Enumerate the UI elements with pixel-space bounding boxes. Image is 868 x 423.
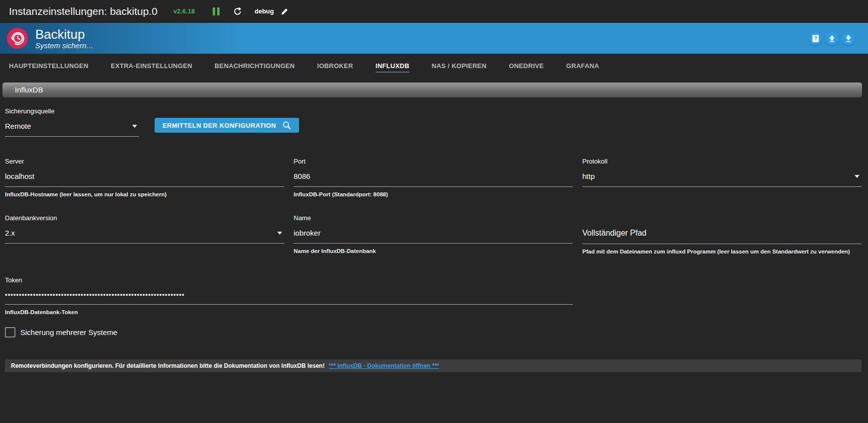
tab-influxdb[interactable]: INFLUXDB — [376, 59, 409, 73]
port-field[interactable]: Port 8086 InfluxDB-Port (Standardport: 8… — [294, 158, 573, 197]
influxdb-form: Sicherungsquelle Remote ERMITTELN DER KO… — [0, 97, 868, 338]
protocol-label: Protokoll — [582, 158, 862, 165]
db-name-field[interactable]: Name iobroker Name der InfluxDB-Datenban… — [294, 214, 573, 254]
influxd-path-label: Vollständiger Pfad — [582, 229, 646, 238]
adapter-header: Backitup System sichern… ? — [0, 23, 868, 54]
chevron-down-icon[interactable] — [132, 125, 137, 128]
page-title: Instanzeinstellungen: backitup.0 — [9, 5, 158, 17]
db-version-label: Datenbankversion — [5, 214, 284, 222]
settings-tabbar: HAUPTEINSTELLUNGEN EXTRA-EINSTELLUNGEN B… — [0, 54, 868, 78]
server-value: localhost — [5, 172, 34, 180]
upload-icon — [828, 35, 836, 42]
adapter-subtitle: System sichern… — [35, 41, 94, 50]
adapter-title-block: Backitup System sichern… — [35, 27, 94, 50]
multi-system-label: Sicherung mehrerer Systeme — [20, 328, 117, 337]
multi-system-checkbox[interactable] — [5, 327, 15, 338]
edit-icon[interactable] — [281, 7, 289, 15]
influxd-path-field[interactable]: Vollständiger Pfad Pfad mit dem Dateinam… — [582, 214, 862, 254]
header-actions: ? — [809, 32, 855, 45]
tab-onedrive[interactable]: ONEDRIVE — [509, 59, 544, 73]
backitup-logo-icon — [7, 28, 28, 49]
chevron-down-icon[interactable] — [855, 175, 860, 178]
token-masked-value: ••••••••••••••••••••••••••••••••••••••••… — [5, 291, 185, 298]
chevron-down-icon[interactable] — [277, 232, 282, 235]
token-label: Token — [5, 276, 573, 284]
port-label: Port — [294, 158, 573, 165]
download-config-button[interactable] — [842, 32, 855, 45]
influxd-path-helper: Pfad mit dem Dateinamen zum influxd Prog… — [582, 249, 862, 254]
adapter-name: Backitup — [35, 27, 94, 41]
influxdb-doc-link[interactable]: *** InfluxDB - Dokumentation öffnen *** — [329, 362, 439, 369]
tab-grafana[interactable]: GRAFANA — [566, 59, 599, 73]
section-header: InfluxDB — [2, 83, 862, 97]
port-helper: InfluxDB-Port (Standardport: 8088) — [294, 191, 573, 197]
db-name-value: iobroker — [294, 229, 320, 237]
db-version-value: 2.x — [5, 229, 15, 237]
multi-system-checkbox-row[interactable]: Sicherung mehrerer Systeme — [5, 327, 862, 338]
search-icon — [282, 121, 291, 130]
tab-haupteinstellungen[interactable]: HAUPTEINSTELLUNGEN — [9, 59, 88, 73]
log-level-label: debug — [254, 7, 274, 15]
backup-source-value: Remote — [5, 122, 31, 130]
help-icon: ? — [812, 35, 819, 42]
db-name-label: Name — [294, 214, 573, 222]
server-field[interactable]: Server localhost InfluxDB-Hostname (leer… — [5, 158, 284, 197]
backup-source-select[interactable]: Sicherungsquelle Remote — [5, 107, 139, 137]
detect-configuration-button[interactable]: ERMITTELN DER KONFIGURATION — [155, 118, 299, 133]
protocol-value: http — [582, 172, 595, 180]
pause-icon[interactable] — [213, 7, 220, 15]
remote-info-text: Remoteverbindungen konfigurieren. Für de… — [11, 362, 324, 369]
upload-config-button[interactable] — [825, 32, 839, 45]
tab-nas-kopieren[interactable]: NAS / KOPIEREN — [432, 59, 486, 73]
tab-extra-einstellungen[interactable]: EXTRA-EINSTELLUNGEN — [111, 59, 192, 73]
remote-info-bar: Remoteverbindungen konfigurieren. Für de… — [5, 359, 862, 372]
refresh-icon[interactable] — [233, 6, 242, 16]
server-label: Server — [5, 158, 284, 165]
token-helper: InfluxDB-Datenbank-Token — [5, 309, 573, 315]
token-field[interactable]: Token ••••••••••••••••••••••••••••••••••… — [5, 276, 573, 315]
server-helper: InfluxDB-Hostname (leer lassen, um nur l… — [5, 191, 284, 197]
protocol-select[interactable]: Protokoll http — [582, 158, 862, 197]
backup-source-label: Sicherungsquelle — [5, 107, 139, 115]
tab-iobroker[interactable]: IOBROKER — [317, 59, 353, 73]
db-name-helper: Name der InfluxDB-Datenbank — [294, 248, 573, 254]
db-version-select[interactable]: Datenbankversion 2.x — [5, 214, 284, 254]
tab-benachrichtigungen[interactable]: BENACHRICHTIGUNGEN — [215, 59, 295, 73]
instance-title-bar: Instanzeinstellungen: backitup.0 v2.6.18… — [0, 0, 868, 23]
download-icon — [845, 35, 852, 42]
port-value: 8086 — [294, 172, 310, 180]
adapter-version: v2.6.18 — [173, 7, 195, 15]
help-button[interactable]: ? — [809, 32, 822, 45]
